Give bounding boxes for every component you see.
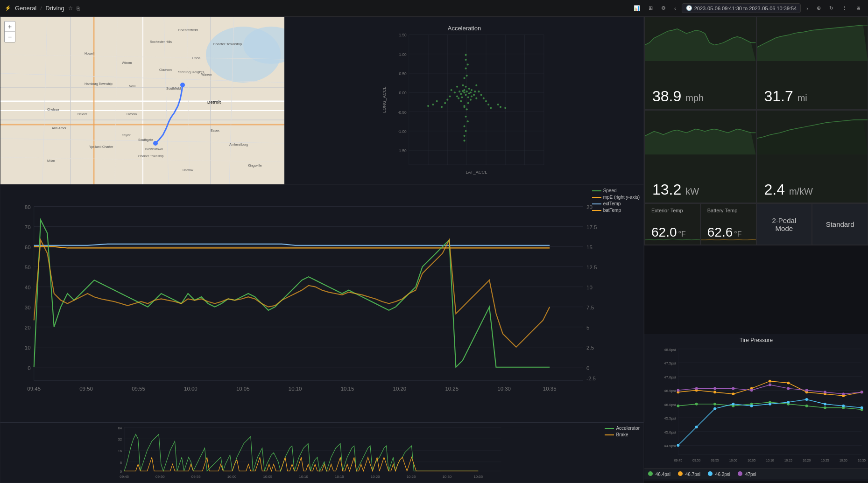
svg-text:Hamburg Township: Hamburg Township bbox=[85, 82, 113, 86]
rf-legend: 46.7psi bbox=[678, 471, 700, 477]
legend-accelerator: Accelerator bbox=[605, 426, 640, 431]
legend-brake: Brake bbox=[605, 432, 640, 437]
svg-text:09:45: 09:45 bbox=[674, 459, 682, 462]
svg-text:Southgate: Southgate bbox=[138, 138, 153, 142]
dist-val: 31.7 bbox=[764, 88, 793, 105]
drive-mode-card: Standard bbox=[812, 203, 868, 245]
acceleration-svg: 1.50 1.00 0.50 0.00 -0.50 -1.00 -1.50 LO… bbox=[285, 30, 643, 179]
svg-text:Wixom: Wixom bbox=[122, 61, 132, 64]
svg-point-117 bbox=[441, 106, 443, 108]
svg-point-198 bbox=[842, 405, 845, 407]
svg-text:Ann Arbor: Ann Arbor bbox=[52, 126, 67, 130]
svg-point-204 bbox=[750, 389, 753, 392]
zoom-icon[interactable]: ⊕ bbox=[814, 3, 824, 13]
right-panel: 38.9 mph 31.7 mi 13.2 kW bbox=[644, 17, 868, 422]
svg-text:44.5psi: 44.5psi bbox=[664, 444, 676, 448]
refresh-icon[interactable]: ↻ bbox=[826, 3, 836, 13]
svg-point-128 bbox=[465, 59, 467, 61]
svg-text:0.50: 0.50 bbox=[399, 72, 407, 76]
speed-chart-legend: Speed mpE (right y-axis) extTemp batTemp bbox=[592, 188, 640, 214]
zoom-in-btn[interactable]: + bbox=[5, 21, 15, 32]
chart-icon[interactable]: 📊 bbox=[631, 3, 643, 13]
svg-text:20: 20 bbox=[25, 325, 31, 330]
svg-text:30: 30 bbox=[25, 305, 31, 310]
svg-point-49 bbox=[153, 141, 158, 146]
clock-icon: 🕐 bbox=[686, 5, 692, 11]
svg-text:0.00: 0.00 bbox=[399, 91, 407, 95]
prev-icon[interactable]: ‹ bbox=[671, 4, 679, 13]
map-controls[interactable]: + − bbox=[4, 21, 15, 42]
svg-text:0: 0 bbox=[28, 365, 30, 371]
svg-text:Clawson: Clawson bbox=[159, 68, 172, 71]
map-svg: Chesterfield Rochester Hills Charter Tow… bbox=[0, 17, 285, 185]
svg-point-102 bbox=[463, 106, 465, 108]
svg-point-113 bbox=[446, 99, 448, 101]
svg-point-126 bbox=[436, 100, 438, 102]
speed-mini-chart bbox=[645, 17, 756, 61]
svg-point-114 bbox=[487, 104, 489, 105]
svg-text:-2.5: -2.5 bbox=[586, 376, 596, 381]
expand-icon[interactable]: ⋮ bbox=[839, 3, 850, 13]
svg-point-76 bbox=[466, 91, 468, 92]
svg-point-120 bbox=[465, 116, 467, 118]
efficiency-card: 2.4 m/kW bbox=[756, 110, 868, 203]
lr-legend: 47psi bbox=[738, 471, 756, 477]
pow-val: 13.2 bbox=[652, 181, 681, 198]
svg-text:-1.00: -1.00 bbox=[398, 130, 407, 134]
efficiency-mini-chart bbox=[757, 111, 868, 154]
svg-point-202 bbox=[713, 387, 716, 390]
svg-point-75 bbox=[463, 91, 465, 93]
share-icon[interactable]: ⎘ bbox=[77, 6, 80, 11]
exterior-temp-label: Exterior Temp bbox=[651, 208, 683, 213]
eff-val: 2.4 bbox=[764, 181, 785, 198]
tire-pressure-svg: 48.0psi 47.5psi 47.0psi 46.5psi 46.0psi … bbox=[644, 344, 868, 468]
svg-text:Kingsville: Kingsville bbox=[248, 164, 262, 168]
svg-text:10:35: 10:35 bbox=[858, 459, 866, 462]
time-range[interactable]: 🕐 2023-05-06 09:41:30 to 2023-05-06 10:3… bbox=[682, 3, 801, 13]
app-icon: ⚡ bbox=[5, 5, 11, 11]
svg-text:10:25: 10:25 bbox=[445, 386, 459, 392]
svg-point-199 bbox=[861, 406, 863, 409]
svg-text:Chesterfield: Chesterfield bbox=[178, 28, 198, 32]
svg-text:09:50: 09:50 bbox=[692, 459, 700, 462]
svg-text:47.0psi: 47.0psi bbox=[664, 375, 676, 379]
map-panel: Chesterfield Rochester Hills Charter Tow… bbox=[0, 17, 285, 185]
svg-text:09:45: 09:45 bbox=[27, 386, 41, 392]
svg-text:10:20: 10:20 bbox=[393, 386, 407, 392]
svg-point-127 bbox=[432, 104, 434, 105]
svg-point-209 bbox=[842, 392, 845, 395]
svg-text:45.0psi: 45.0psi bbox=[664, 430, 676, 434]
svg-point-174 bbox=[805, 405, 808, 407]
svg-point-104 bbox=[475, 84, 477, 86]
svg-text:LAT_ACCL: LAT_ACCL bbox=[466, 170, 487, 175]
star-icon[interactable]: ☆ bbox=[68, 5, 73, 11]
svg-point-122 bbox=[463, 125, 465, 127]
svg-text:Rochester Hills: Rochester Hills bbox=[150, 40, 172, 43]
svg-point-121 bbox=[467, 120, 469, 122]
settings-icon[interactable]: ⚙ bbox=[658, 3, 669, 13]
svg-point-91 bbox=[468, 88, 470, 90]
speed-distance-row: 38.9 mph 31.7 mi bbox=[644, 17, 868, 110]
svg-text:5: 5 bbox=[586, 325, 589, 330]
svg-point-195 bbox=[787, 401, 790, 404]
next-icon[interactable]: › bbox=[804, 4, 811, 13]
topbar: ⚡ General / Driving ☆ ⎘ 📊 ⊞ ⚙ ‹ 🕐 2023-0… bbox=[0, 0, 868, 17]
main-layout: Chesterfield Rochester Hills Charter Tow… bbox=[0, 17, 868, 483]
svg-text:50: 50 bbox=[25, 265, 31, 270]
svg-point-87 bbox=[459, 91, 460, 92]
svg-text:10:30: 10:30 bbox=[840, 459, 847, 462]
svg-point-181 bbox=[732, 392, 734, 395]
dashboard-icon[interactable]: ⊞ bbox=[646, 3, 656, 13]
legend-bat-temp: batTemp bbox=[592, 208, 640, 213]
svg-point-194 bbox=[769, 403, 771, 406]
notifications-icon[interactable]: 🖥 bbox=[853, 4, 863, 13]
speed-val: 38.9 bbox=[652, 88, 681, 105]
zoom-out-btn[interactable]: − bbox=[5, 32, 15, 42]
svg-text:Harrow: Harrow bbox=[183, 168, 194, 172]
svg-text:10: 10 bbox=[25, 345, 31, 350]
topbar-icons: 📊 ⊞ ⚙ ‹ 🕐 2023-05-06 09:41:30 to 2023-05… bbox=[631, 3, 863, 13]
svg-point-95 bbox=[467, 102, 469, 104]
svg-point-119 bbox=[467, 63, 469, 65]
svg-text:10:00: 10:00 bbox=[184, 386, 198, 392]
svg-text:60: 60 bbox=[25, 245, 31, 250]
